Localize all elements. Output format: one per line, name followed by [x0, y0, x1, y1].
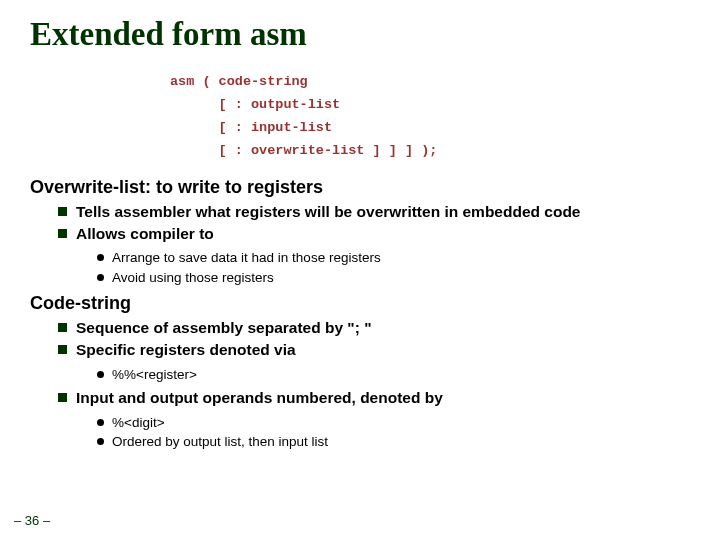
sub-bullet-list: Arrange to save data it had in those reg…: [30, 249, 690, 286]
sub-bullet-item: %%<register>: [112, 366, 690, 384]
code-line-3: [ : input-list: [170, 120, 332, 135]
bullet-item: Input and output operands numbered, deno…: [76, 388, 690, 408]
bullet-item: Allows compiler to: [76, 224, 690, 244]
asm-syntax-block: asm ( code-string [ : output-list [ : in…: [170, 71, 690, 163]
sub-bullet-item: Arrange to save data it had in those reg…: [112, 249, 690, 267]
sub-bullet-list: %<digit> Ordered by output list, then in…: [30, 414, 690, 451]
bullet-item: Tells assembler what registers will be o…: [76, 202, 690, 222]
code-line-2: [ : output-list: [170, 97, 340, 112]
slide: Extended form asm asm ( code-string [ : …: [0, 0, 720, 540]
bullet-list: Sequence of assembly separated by "; " S…: [30, 318, 690, 360]
code-line-1: asm ( code-string: [170, 74, 308, 89]
section-heading-codestring: Code-string: [30, 293, 690, 314]
bullet-list: Input and output operands numbered, deno…: [30, 388, 690, 408]
bullet-item: Sequence of assembly separated by "; ": [76, 318, 690, 338]
code-line-4: [ : overwrite-list ] ] ] );: [170, 143, 437, 158]
page-title: Extended form asm: [30, 16, 690, 53]
page-number: – 36 –: [14, 513, 50, 528]
bullet-item: Specific registers denoted via: [76, 340, 690, 360]
sub-bullet-item: Ordered by output list, then input list: [112, 433, 690, 451]
bullet-list: Tells assembler what registers will be o…: [30, 202, 690, 244]
sub-bullet-list: %%<register>: [30, 366, 690, 384]
sub-bullet-item: Avoid using those registers: [112, 269, 690, 287]
sub-bullet-item: %<digit>: [112, 414, 690, 432]
section-heading-overwrite: Overwrite-list: to write to registers: [30, 177, 690, 198]
